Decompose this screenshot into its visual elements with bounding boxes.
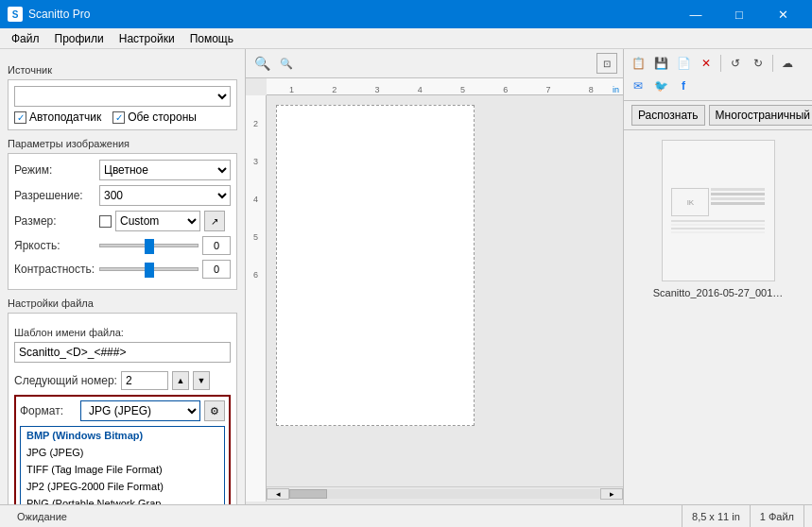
size-select[interactable]: Custom	[115, 211, 200, 231]
status-size: 8,5 x 11 in	[682, 505, 751, 527]
ruler-tick-3: 3	[356, 85, 399, 94]
next-num-input[interactable]	[121, 371, 168, 390]
format-row: Формат: JPG (JPEG) ⚙	[20, 400, 225, 421]
page-canvas	[276, 105, 475, 426]
params-section: Параметры изображения Режим: Цветное Раз…	[8, 138, 237, 290]
contrast-value[interactable]	[202, 260, 231, 279]
fit-page-btn[interactable]: ⊡	[596, 53, 617, 74]
format-dropdown-container: Формат: JPG (JPEG) ⚙ BMP (Windows Bitmap…	[14, 395, 231, 504]
thumbnail-name: Scanitto_2016-05-27_001…	[653, 287, 784, 298]
source-select[interactable]	[14, 86, 231, 107]
save-btn[interactable]: 💾	[650, 53, 671, 74]
app-title: Scanitto Pro	[28, 8, 90, 21]
auto-feeder-label: Автоподатчик	[29, 110, 101, 124]
scroll-thumb-h[interactable]	[289, 489, 327, 499]
template-row: Шаблон имени файла:	[14, 327, 231, 367]
thumbnail-area: IK S	[624, 130, 812, 504]
file-settings-label: Настройки файла	[8, 298, 237, 309]
source-label: Источник	[8, 64, 237, 76]
size-checkbox[interactable]	[99, 215, 112, 228]
brightness-row: Яркость:	[14, 236, 231, 255]
thumb-img-box: IK	[671, 188, 709, 216]
source-box: Автоподатчик Обе стороны	[8, 79, 237, 130]
maximize-button[interactable]: □	[717, 0, 761, 28]
brightness-track[interactable]	[99, 244, 199, 247]
resolution-label: Разрешение:	[14, 189, 99, 202]
spin-up-btn[interactable]: ▲	[172, 371, 189, 390]
contrast-track[interactable]	[99, 267, 199, 271]
resolution-row: Разрешение: 300	[14, 185, 231, 206]
template-label: Шаблон имени файла:	[14, 327, 231, 338]
brightness-thumb[interactable]	[145, 239, 154, 254]
delete-btn[interactable]: ✕	[696, 53, 717, 74]
close-button[interactable]: ✕	[761, 0, 804, 28]
save-as-btn[interactable]: 📄	[673, 53, 694, 74]
size-controls: Custom ↗	[99, 211, 225, 231]
auto-feeder-checkbox[interactable]: Автоподатчик	[14, 110, 101, 124]
contrast-thumb[interactable]	[145, 263, 154, 278]
rotate-left-btn[interactable]: ↺	[725, 53, 746, 74]
cloud-btn[interactable]: ☁	[777, 53, 798, 74]
resolution-select[interactable]: 300	[99, 185, 231, 206]
status-files: 1 Файл	[751, 505, 804, 527]
format-option-png[interactable]: PNG (Portable Network Grap…	[21, 495, 224, 504]
toolbar-divider-2	[772, 55, 773, 72]
size-row: Размер: Custom ↗	[14, 211, 231, 231]
template-input[interactable]	[14, 342, 231, 363]
menu-file[interactable]: Файл	[4, 30, 47, 47]
format-option-jpg[interactable]: JPG (JPEG)	[21, 444, 224, 461]
ruler-horizontal: 1 2 3 4 5 6 7 8 in	[267, 78, 623, 95]
scrollbar-h[interactable]: ◂ ▸	[267, 486, 623, 500]
thumbnail[interactable]: IK	[662, 140, 775, 281]
checkboxes: Автоподатчик Обе стороны	[14, 110, 231, 124]
minimize-button[interactable]: —	[674, 0, 717, 28]
scan-toolbar: 🔍 🔍 ⊡	[246, 49, 623, 78]
format-option-tiff[interactable]: TIFF (Tag Image File Format)	[21, 461, 224, 478]
thumb-line-3	[671, 228, 764, 230]
title-bar: S Scanitto Pro — □ ✕	[0, 0, 812, 28]
zoom-out-btn[interactable]: 🔍	[276, 53, 297, 74]
format-icon-btn[interactable]: ⚙	[204, 400, 225, 421]
brightness-slider	[99, 236, 231, 255]
contrast-slider	[99, 260, 231, 279]
fb-btn[interactable]: f	[673, 76, 694, 96]
recognize-button[interactable]: Распознать	[631, 105, 705, 126]
menu-profiles[interactable]: Профили	[47, 30, 112, 47]
main-layout: Источник Автоподатчик Обе стороны Параме…	[0, 49, 812, 504]
thumb-separator	[671, 220, 764, 222]
scan-to-btn[interactable]: 📋	[628, 53, 648, 74]
rotate-right-btn[interactable]: ↻	[748, 53, 769, 74]
params-label: Параметры изображения	[8, 138, 237, 149]
spin-down-btn[interactable]: ▼	[193, 371, 210, 390]
menu-settings[interactable]: Настройки	[112, 30, 182, 47]
format-option-bmp[interactable]: BMP (Windows Bitmap)	[21, 427, 224, 444]
ruler-tick-2: 2	[313, 85, 355, 94]
brightness-value[interactable]	[202, 236, 231, 255]
size-edit-btn[interactable]: ↗	[204, 211, 225, 231]
canvas-area: 2 3 4 5 6 ◂ ▸	[246, 95, 623, 502]
mode-select[interactable]: Цветное	[99, 160, 231, 180]
format-select[interactable]: JPG (JPEG)	[80, 400, 200, 421]
mode-row: Режим: Цветное	[14, 160, 231, 180]
middle-panel: 🔍 🔍 ⊡ 1 2 3 4 5 6 7 8 in 2 3	[246, 49, 623, 504]
zoom-in-btn[interactable]: 🔍	[251, 53, 272, 74]
twitter-btn[interactable]: 🐦	[650, 76, 671, 96]
thumb-lines-col	[711, 188, 764, 216]
format-select-wrapper: JPG (JPEG)	[80, 400, 200, 421]
both-sides-checkbox[interactable]: Обе стороны	[112, 110, 197, 124]
email-btn[interactable]: ✉	[628, 76, 648, 96]
auto-feeder-check-icon	[14, 111, 26, 124]
status-bar: Ожидание 8,5 x 11 in 1 Файл	[0, 504, 812, 527]
multipage-button[interactable]: Многостраничный ▼	[709, 105, 812, 126]
scroll-right-btn[interactable]: ▸	[600, 488, 623, 500]
toolbar-divider-1	[720, 55, 721, 72]
format-option-jp2[interactable]: JP2 (JPEG-2000 File Format)	[21, 478, 224, 495]
both-sides-label: Обе стороны	[128, 110, 197, 124]
next-num-row: Следующий номер: ▲ ▼	[14, 371, 231, 390]
thumb-content: IK	[667, 184, 768, 237]
thumb-line	[711, 188, 764, 191]
menu-help[interactable]: Помощь	[182, 30, 241, 47]
scroll-left-btn[interactable]: ◂	[267, 488, 289, 500]
format-label: Формат:	[20, 404, 77, 417]
next-num-label: Следующий номер:	[14, 374, 117, 387]
